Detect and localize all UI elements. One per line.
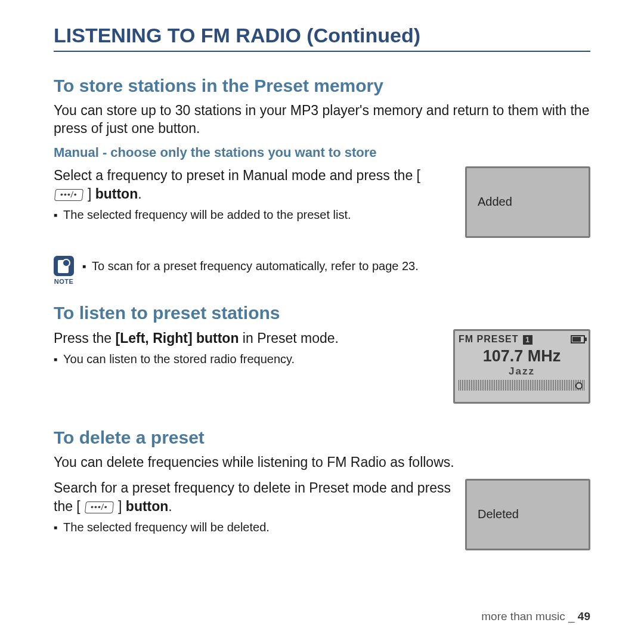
instr-end: . [138, 186, 141, 202]
section-heading: To store stations in the Preset memory [54, 76, 590, 96]
bullet-item: ■ The selected frequency will be added t… [54, 207, 453, 222]
bullet-icon: ■ [82, 262, 86, 270]
instr-bold: button [95, 186, 138, 202]
note-row: ■ To scan for a preset frequency automat… [82, 258, 419, 274]
battery-icon [571, 335, 585, 343]
section-intro: You can store up to 30 stations in your … [54, 102, 590, 138]
bullet-item: ■ The selected frequency will be deleted… [54, 519, 453, 535]
bullet-icon: ■ [54, 211, 57, 219]
instr-pre: Press the [54, 330, 116, 346]
note-label: NOTE [54, 278, 74, 285]
screen-text: Deleted [478, 507, 519, 521]
bullet-icon: ■ [54, 524, 57, 531]
note-block: NOTE ■ To scan for a preset frequency au… [54, 256, 590, 285]
section-listen-preset: To listen to preset stations Press the [… [54, 303, 590, 404]
instruction-text: Press the [Left, Right] button in Preset… [54, 329, 441, 348]
screen-text: Added [478, 195, 512, 209]
bullet-item: ■ You can listen to the stored radio fre… [54, 351, 441, 367]
instr-bold: [Left, Right] button [116, 330, 239, 346]
instr-post: in Preset mode. [239, 330, 338, 346]
page-number: 49 [578, 610, 590, 623]
device-screen-deleted: Deleted [465, 479, 590, 550]
section-heading: To listen to preset stations [54, 303, 590, 323]
section-heading: To delete a preset [54, 428, 590, 448]
instr-end: . [168, 499, 172, 514]
instr-post: ] [114, 499, 126, 514]
section-delete-preset: To delete a preset You can delete freque… [54, 428, 590, 550]
menu-button-icon: •••/• [85, 501, 114, 513]
frequency-dial [459, 380, 585, 391]
bullet-text: The selected frequency will be added to … [63, 207, 351, 222]
bullet-text: You can listen to the stored radio frequ… [63, 351, 295, 367]
instr-bold: button [126, 499, 169, 514]
footer-text: more than music _ [481, 610, 578, 623]
bullet-text: The selected frequency will be deleted. [63, 519, 270, 535]
section-intro: You can delete frequencies while listeni… [54, 454, 590, 472]
menu-button-icon: •••/• [54, 189, 83, 201]
instr-post: ] [84, 186, 95, 202]
preset-genre: Jazz [459, 366, 585, 377]
preset-mode: FM PRESET [459, 334, 519, 344]
instruction-text: Search for a preset frequency to delete … [54, 479, 453, 516]
note-icon [54, 256, 74, 276]
device-screen-preset: FM PRESET 1 107.7 MHz Jazz [453, 329, 590, 404]
section-subheading: Manual - choose only the stations you wa… [54, 145, 590, 160]
bullet-icon: ■ [54, 355, 57, 363]
section-store-preset: To store stations in the Preset memory Y… [54, 76, 590, 238]
preset-frequency: 107.7 MHz [459, 347, 585, 366]
preset-number: 1 [523, 335, 532, 345]
page-title: LISTENING TO FM RADIO (Continued) [54, 24, 590, 52]
device-screen-added: Added [465, 166, 590, 238]
note-text: To scan for a preset frequency automatic… [92, 258, 419, 274]
instruction-text: Select a frequency to preset in Manual m… [54, 166, 453, 203]
instr-pre: Select a frequency to preset in Manual m… [54, 168, 420, 183]
page-footer: more than music _ 49 [481, 610, 590, 623]
instr-pre: Search for a preset frequency to delete … [54, 480, 451, 514]
